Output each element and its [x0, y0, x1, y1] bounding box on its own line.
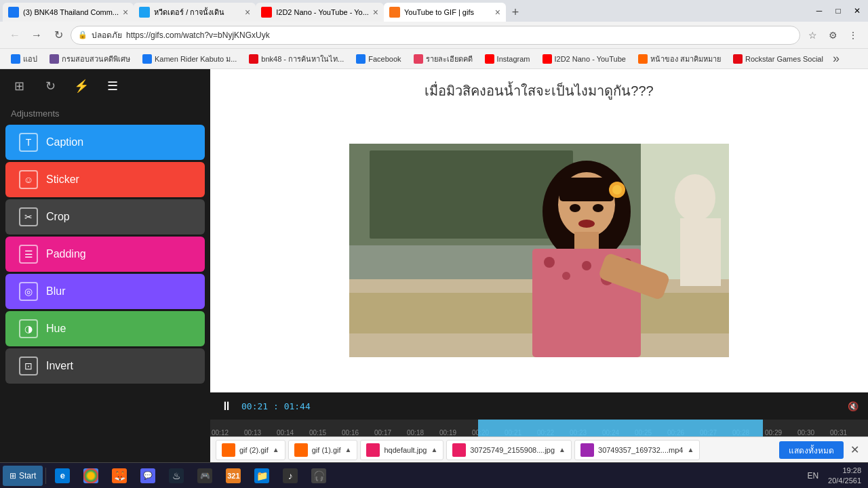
- music-icon: ♪: [283, 468, 298, 483]
- video-player[interactable]: [349, 144, 729, 357]
- show-all-downloads-button[interactable]: แสดงทั้งหมด: [779, 441, 844, 459]
- bookmark-apps[interactable]: แอป: [5, 52, 43, 66]
- blur-button[interactable]: ◎ Blur: [5, 274, 205, 309]
- tab-twitter[interactable]: หวีดเตอร์ / กาจนั้งเดิน ×: [134, 3, 256, 22]
- start-label: Start: [19, 471, 36, 481]
- bookmark-instagram[interactable]: Instagram: [479, 53, 536, 65]
- download-arrow-3[interactable]: ▲: [431, 446, 437, 453]
- sticker-button[interactable]: ☺ Sticker: [5, 162, 205, 197]
- bookmarks-more-button[interactable]: »: [830, 52, 842, 66]
- tick-00-30: 00:30: [796, 429, 829, 436]
- download-item-5[interactable]: 30749357_169732....mp4 ▲: [574, 440, 700, 460]
- blur-icon: ◎: [19, 282, 38, 301]
- padding-button[interactable]: ☰ Padding: [5, 237, 205, 272]
- hue-icon: ◑: [19, 319, 38, 338]
- bookmark-kamen[interactable]: Kamen Rider Kabuto ม...: [137, 52, 242, 66]
- star-button[interactable]: ☆: [803, 26, 822, 45]
- video-frame-svg: [349, 144, 729, 357]
- download-item-2[interactable]: gif (1).gif ▲: [288, 440, 358, 460]
- tab-close-2[interactable]: ×: [245, 7, 250, 18]
- tab-youtube[interactable]: I2D2 Nano - YouTube - Yo... ×: [256, 3, 384, 22]
- taskbar-app-music[interactable]: ♪: [277, 466, 304, 486]
- maximize-button[interactable]: □: [830, 3, 846, 19]
- reload-button[interactable]: ↻: [49, 26, 68, 45]
- svg-rect-25: [680, 218, 721, 286]
- download-arrow-2[interactable]: ▲: [345, 446, 352, 453]
- bookmark-dsi[interactable]: กรมสอบสวนคดีพิเศษ: [44, 52, 136, 66]
- explorer-icon: 📁: [254, 468, 269, 483]
- taskbar-app-steam[interactable]: ♨: [163, 466, 190, 486]
- discord-icon: 💬: [140, 468, 155, 483]
- start-button[interactable]: ⊞ Start: [3, 466, 43, 486]
- current-time: 00:21: [241, 401, 268, 411]
- invert-icon: ⊡: [19, 357, 38, 375]
- download-bar: gif (2).gif ▲ gif (1).gif ▲ hqdefault.jp…: [210, 436, 868, 462]
- refresh-tool-icon[interactable]: ↻: [38, 74, 62, 98]
- tick-00-17: 00:17: [373, 429, 406, 436]
- tick-00-16: 00:16: [340, 429, 373, 436]
- extensions-button[interactable]: ⚙: [823, 26, 842, 45]
- bookmark-label-7: Instagram: [497, 55, 530, 63]
- crop-button[interactable]: ✂ Crop: [5, 199, 205, 235]
- download-arrow-1[interactable]: ▲: [273, 446, 279, 453]
- taskbar: ⊞ Start e 🦊 💬 ♨ 🎮 321 📁 ♪: [0, 462, 868, 488]
- sidebar-toolbar: ⊞ ↻ ⚡ ☰: [0, 69, 210, 103]
- tab-close-1[interactable]: ×: [123, 7, 128, 18]
- navigation-bar: ← → ↻ 🔒 ปลอดภัย https://gifs.com/watch?v…: [0, 22, 868, 49]
- address-bar[interactable]: 🔒 ปลอดภัย https://gifs.com/watch?v=bNyjK…: [71, 26, 800, 45]
- download-arrow-5[interactable]: ▲: [687, 446, 694, 453]
- forward-button[interactable]: →: [27, 26, 46, 45]
- flash-tool-icon[interactable]: ⚡: [69, 74, 94, 98]
- taskbar-app-chrome[interactable]: [77, 466, 104, 486]
- taskbar-app-firefox[interactable]: 🦊: [106, 466, 133, 486]
- bookmark-i2d2[interactable]: I2D2 Nano - YouTube: [537, 53, 631, 65]
- taskbar-app-ie[interactable]: e: [49, 466, 76, 486]
- bookmark-case[interactable]: รายละเอียดคดี: [408, 52, 478, 66]
- bookmarks-bar: แอป กรมสอบสวนคดีพิเศษ Kamen Rider Kabuto…: [0, 49, 868, 69]
- tab-close-3[interactable]: ×: [373, 7, 378, 18]
- blur-label: Blur: [46, 285, 65, 298]
- svg-point-23: [578, 220, 595, 228]
- bookmark-fan[interactable]: หน้าของ สมาคิมหมาย: [633, 52, 726, 66]
- video-title: เมื่อมิวสิคงอนน้ำใสจะเป็นไงมาดูกัน???: [210, 69, 868, 108]
- sliders-tool-icon[interactable]: ☰: [100, 74, 125, 98]
- download-label-4: 30725749_2155908....jpg: [470, 446, 555, 454]
- back-button[interactable]: ←: [5, 26, 24, 45]
- play-pause-button[interactable]: ⏸: [217, 396, 236, 415]
- sidebar: ⊞ ↻ ⚡ ☰ Adjustments T Caption ☺ Sticker …: [0, 69, 210, 462]
- tab-bnk48[interactable]: (3) BNK48 Thailand Comm... ×: [3, 3, 134, 22]
- close-download-bar-button[interactable]: ✕: [846, 442, 863, 458]
- download-item-4[interactable]: 30725749_2155908....jpg ▲: [446, 440, 572, 460]
- bookmark-rockstar[interactable]: Rockstar Games Social: [728, 53, 829, 65]
- download-label-2: gif (1).gif: [312, 446, 341, 454]
- minimize-button[interactable]: ─: [811, 3, 827, 19]
- new-tab-button[interactable]: +: [506, 3, 525, 22]
- bookmark-icon-2: [50, 54, 59, 64]
- taskbar-app-discord[interactable]: 💬: [134, 466, 161, 486]
- taskbar-right: EN 19:28 20/4/2561: [804, 466, 865, 485]
- download-item-3[interactable]: hqdefault.jpg ▲: [360, 440, 443, 460]
- download-arrow-4[interactable]: ▲: [559, 446, 566, 453]
- tab-close-4[interactable]: ×: [495, 7, 500, 18]
- mute-button[interactable]: 🔇: [845, 398, 861, 414]
- tab-gifs-active[interactable]: YouTube to GIF | gifs ×: [384, 3, 506, 22]
- close-button[interactable]: ✕: [849, 3, 865, 19]
- language-indicator: EN: [804, 471, 821, 481]
- bookmark-label-6: รายละเอียดคดี: [426, 53, 473, 65]
- timeline-selection: [478, 420, 763, 436]
- hue-button[interactable]: ◑ Hue: [5, 311, 205, 346]
- timeline-track[interactable]: 00:12 00:13 00:14 00:15 00:16 00:17 00:1…: [210, 420, 868, 436]
- menu-button[interactable]: ⋮: [844, 26, 863, 45]
- bookmark-bnk48[interactable]: bnk48 - การค้นหาในไท...: [243, 52, 349, 66]
- bookmark-facebook[interactable]: Facebook: [351, 53, 406, 65]
- caption-button[interactable]: T Caption: [5, 125, 205, 160]
- download-icon-1: [222, 443, 235, 457]
- taskbar-app-game1[interactable]: 🎮: [191, 466, 218, 486]
- crop-tool-icon[interactable]: ⊞: [7, 74, 31, 98]
- invert-button[interactable]: ⊡ Invert: [5, 348, 205, 384]
- taskbar-app-headset[interactable]: 🎧: [305, 466, 332, 486]
- taskbar-app-explorer[interactable]: 📁: [248, 466, 275, 486]
- bookmark-icon-3: [142, 54, 152, 64]
- download-item-1[interactable]: gif (2).gif ▲: [216, 440, 285, 460]
- taskbar-app-task321[interactable]: 321: [220, 466, 247, 486]
